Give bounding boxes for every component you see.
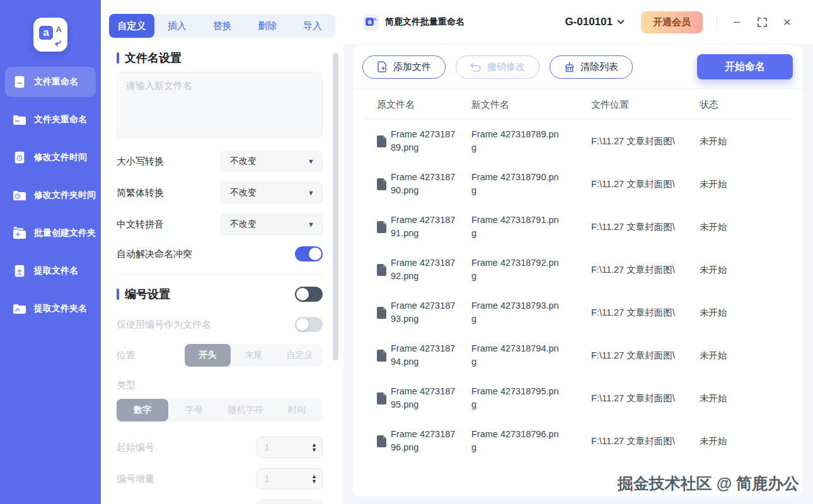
partial-stepper: ▲▼ [257,500,323,504]
sidebar-item-label: 提取文件名 [34,265,78,277]
start-number-input[interactable] [257,442,295,452]
status-text: 未开始 [700,392,793,404]
sidebar-item-folder-rename[interactable]: 文件夹重命名 [5,105,96,135]
tab-delete[interactable]: 删除 [245,14,290,38]
undo-icon [470,62,481,72]
new-filename: Frame 427318794.png [471,342,591,369]
conflict-toggle-label: 自动解决命名冲突 [117,248,192,260]
undo-button[interactable]: 撤销修改 [456,55,539,79]
numbering-section-title: 编号设置 [117,287,170,302]
fullscreen-icon [758,18,767,27]
numbering-toggle[interactable] [295,287,323,302]
logo-a-icon: a [39,26,53,40]
folder-extract-icon [11,301,28,317]
new-filename: Frame 427318792.png [471,256,591,283]
type-option-random[interactable]: 随机字符 [220,399,272,421]
traditional-convert-label: 简繁体转换 [117,187,164,199]
section-divider [117,274,323,275]
original-filename: Frame 427318790.png [391,171,458,197]
conflict-toggle[interactable] [295,246,323,261]
file-icon [377,392,386,404]
file-list-card: 添加文件 撤销修改 清除列表 开始命名 原文件名 新文件名 文件位置 状态 Fr… [353,45,803,496]
titlebar-divider [717,15,717,29]
sidebar-item-folder-time[interactable]: 修改文件夹时间 [5,180,96,210]
tab-custom[interactable]: 自定义 [109,14,154,38]
increment-input[interactable] [257,474,295,484]
type-option-number[interactable]: 数字 [117,399,168,421]
version-dropdown[interactable]: G-010101 [565,16,625,28]
file-icon [377,221,386,233]
sidebar-item-label: 文件重命名 [34,76,78,88]
sidebar-nav: 文件重命名 文件夹重命名 修改文件时间 修改文件夹时间 批量创建文件夹 [0,67,101,324]
table-row[interactable]: Frame 427318795.png Frame 427318795.png … [362,377,793,420]
file-location: F:\11.27 文章封面图\ [591,392,700,404]
position-option-start[interactable]: 开头 [185,344,231,367]
stepper-arrows: ▲▼ [311,474,317,484]
table-row[interactable]: Frame 427318796.png Frame 427318796.png … [362,420,793,462]
watermark: 掘金技术社区 @ 简鹿办公 [618,473,799,494]
type-option-letter[interactable]: 字母 [168,399,220,421]
filename-section-title: 文件名设置 [117,50,323,66]
new-filename: Frame 427318795.png [471,385,591,411]
sidebar-item-file-time[interactable]: 修改文件时间 [5,142,96,173]
table-row[interactable]: Frame 427318789.png Frame 427318789.png … [362,120,793,163]
status-text: 未开始 [700,178,793,190]
file-location: F:\11.27 文章封面图\ [591,221,700,233]
table-row[interactable]: Frame 427318791.png Frame 427318791.png … [362,205,793,248]
minimize-button[interactable]: − [729,14,745,30]
pinyin-convert-dropdown[interactable]: 不改变 ▼ [221,214,323,235]
stepper-down-icon[interactable]: ▼ [311,479,317,484]
file-time-icon [11,149,28,166]
table-row[interactable]: Frame 427318793.png Frame 427318793.png … [362,291,793,334]
clear-list-button[interactable]: 清除列表 [550,55,633,79]
type-segmented: 数字 字母 随机字符 时间 [117,399,323,421]
settings-panel: 自定义 插入 替换 删除 导入 文件名设置 大小写转换 不改变 ▼ 简繁体转换 … [101,0,343,504]
table-row[interactable]: Frame 427318792.png Frame 427318792.png … [362,248,793,291]
position-option-custom[interactable]: 自定义 [277,344,323,367]
table-row[interactable]: Frame 427318794.png Frame 427318794.png … [362,334,793,377]
new-filename: Frame 427318790.png [471,171,591,197]
position-segmented: 开头 末尾 自定义 [185,344,323,367]
logo-A-icon: A [56,25,62,34]
traditional-convert-dropdown[interactable]: 不改变 ▼ [221,182,323,203]
file-location: F:\11.27 文章封面图\ [591,435,700,447]
sidebar-item-extract-filename[interactable]: 提取文件名 [5,256,96,286]
increment-label: 编号增量 [117,473,154,485]
stepper-down-icon[interactable]: ▼ [311,447,317,452]
only-number-toggle[interactable] [295,317,323,332]
vip-button[interactable]: 开通会员 [641,11,703,33]
start-rename-button[interactable]: 开始命名 [697,54,793,79]
sidebar-item-file-rename[interactable]: 文件重命名 [5,67,96,97]
new-filename: Frame 427318796.png [471,428,591,454]
chevron-down-icon [617,20,625,25]
section-accent-bar [117,289,119,300]
add-file-icon [377,61,388,72]
sidebar-item-batch-create-folder[interactable]: 批量创建文件夹 [5,218,96,248]
type-option-time[interactable]: 时间 [271,399,323,421]
position-label: 位置 [117,350,136,362]
sidebar-item-extract-foldername[interactable]: 提取文件夹名 [5,294,96,324]
position-option-end[interactable]: 末尾 [231,344,277,367]
sidebar: a A 文件重命名 文件夹重命名 修改文件时间 修改文件夹时间 [0,0,101,504]
add-files-button[interactable]: 添加文件 [362,55,446,79]
original-filename: Frame 427318789.png [391,128,458,154]
fullscreen-button[interactable] [754,14,770,30]
file-icon [377,135,386,147]
file-location: F:\11.27 文章封面图\ [591,264,700,276]
file-icon [377,350,386,362]
new-filename-input[interactable] [117,72,323,138]
case-convert-label: 大小写转换 [117,156,164,168]
close-button[interactable]: × [779,14,795,30]
sidebar-item-label: 修改文件时间 [34,152,87,163]
table-row[interactable]: Frame 427318790.png Frame 427318790.png … [362,163,793,205]
tab-insert[interactable]: 插入 [154,14,200,38]
sidebar-item-label: 文件夹重命名 [34,114,87,125]
file-location: F:\11.27 文章封面图\ [591,307,700,319]
start-number-label: 起始编号 [117,442,154,454]
case-convert-dropdown[interactable]: 不改变 ▼ [221,151,323,172]
tab-replace[interactable]: 替换 [200,14,245,38]
tab-import[interactable]: 导入 [290,14,335,38]
file-icon [377,178,386,190]
settings-scrollbar[interactable] [333,53,338,360]
file-icon [377,264,386,276]
